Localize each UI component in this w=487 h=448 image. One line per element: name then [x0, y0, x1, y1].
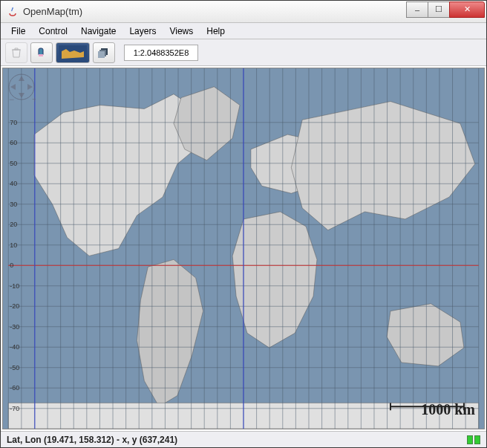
- eraser-icon: [36, 47, 47, 59]
- eraser-button[interactable]: [30, 42, 53, 63]
- trash-button[interactable]: [5, 42, 27, 63]
- menu-help[interactable]: Help: [200, 25, 231, 38]
- map-viewport[interactable]: 706050403020100-10-20-30-40-50-60-70 + −…: [2, 68, 485, 429]
- titlebar[interactable]: OpenMap(tm) – ☐ ✕: [1, 1, 486, 23]
- app-window: OpenMap(tm) – ☐ ✕ File Control Navigate …: [0, 0, 487, 448]
- menu-file[interactable]: File: [5, 25, 31, 38]
- zoom-in-icon: +: [32, 94, 36, 104]
- svg-text:40: 40: [10, 180, 17, 187]
- zoom-out-icon: −: [9, 94, 14, 104]
- status-led-2: [474, 435, 480, 444]
- close-button[interactable]: ✕: [449, 1, 485, 18]
- svg-text:-10: -10: [10, 282, 19, 290]
- svg-text:30: 30: [10, 201, 17, 208]
- svg-text:-50: -50: [10, 364, 19, 371]
- menu-layers[interactable]: Layers: [123, 25, 162, 38]
- svg-text:-20: -20: [10, 302, 19, 310]
- menu-control[interactable]: Control: [33, 25, 73, 38]
- scale-bar-label: 1000 km: [421, 401, 475, 418]
- trash-icon: [11, 47, 22, 59]
- svg-text:-60: -60: [10, 384, 19, 392]
- svg-text:20: 20: [10, 221, 17, 228]
- status-leds: [467, 435, 480, 444]
- status-bar: Lat, Lon (19.471, 158.312) - x, y (637,2…: [1, 431, 486, 447]
- layers-icon: [97, 46, 111, 59]
- svg-text:50: 50: [10, 160, 17, 167]
- java-icon: [7, 6, 19, 18]
- minimize-button[interactable]: –: [406, 1, 428, 18]
- svg-rect-1: [39, 54, 43, 56]
- svg-text:70: 70: [10, 119, 17, 126]
- world-map: 706050403020100-10-20-30-40-50-60-70: [3, 68, 484, 429]
- status-coordinates: Lat, Lon (19.471, 158.312) - x, y (637,2…: [7, 435, 177, 445]
- world-icon: [59, 45, 87, 60]
- menu-navigate[interactable]: Navigate: [75, 25, 122, 38]
- menu-views[interactable]: Views: [163, 25, 199, 38]
- svg-text:-30: -30: [10, 323, 19, 331]
- pan-up-icon: [19, 76, 24, 81]
- window-controls: – ☐ ✕: [407, 1, 485, 18]
- window-title: OpenMap(tm): [23, 6, 407, 17]
- status-led-1: [467, 435, 473, 444]
- scale-input[interactable]: [124, 45, 198, 61]
- menubar: File Control Navigate Layers Views Help: [1, 23, 486, 39]
- svg-text:60: 60: [10, 139, 17, 146]
- layers-button[interactable]: [93, 42, 115, 63]
- svg-text:-40: -40: [10, 343, 19, 351]
- svg-text:-70: -70: [10, 405, 19, 412]
- pan-control[interactable]: + −: [7, 73, 36, 104]
- svg-rect-5: [98, 51, 105, 58]
- svg-text:0: 0: [10, 262, 13, 269]
- pan-down-icon: [19, 93, 24, 98]
- pan-left-icon: [10, 84, 16, 90]
- pan-right-icon: [27, 84, 33, 90]
- toolbar: [1, 39, 486, 66]
- maximize-button[interactable]: ☐: [428, 1, 450, 18]
- world-button[interactable]: [56, 42, 90, 63]
- svg-text:10: 10: [10, 241, 17, 249]
